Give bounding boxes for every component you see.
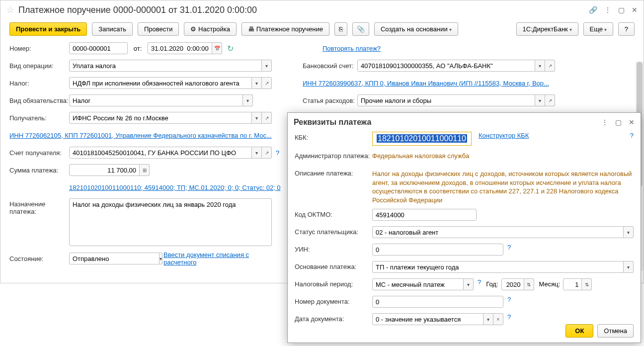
close-icon[interactable]: ✕ (629, 118, 635, 126)
kbk-input[interactable]: 18210102010011000110 (372, 132, 472, 146)
create-based-dropdown[interactable]: Создать на основании (374, 22, 458, 36)
dropdown-icon[interactable]: ▾ (252, 147, 262, 159)
status-label: Состояние: (9, 255, 69, 262)
period-label: Налоговый период: (295, 278, 372, 288)
popup-title: Реквизиты платежа (294, 118, 601, 127)
dropdown-icon[interactable]: ▾ (483, 313, 493, 325)
open-icon[interactable]: ↗ (262, 112, 272, 124)
year-input[interactable] (501, 278, 524, 290)
basis-input[interactable] (372, 261, 624, 273)
window-title: Платежное поручение 0000-000001 от 31.01… (18, 5, 589, 15)
year-label: Год: (486, 280, 498, 288)
link-icon[interactable]: 🔗 (589, 6, 597, 14)
month-label: Месяц: (539, 280, 561, 288)
requisites-popup: Реквизиты платежа ⋮ ▢ ✕ КБК: 18210102010… (287, 112, 641, 343)
open-icon[interactable]: ↗ (545, 94, 555, 106)
amount-input[interactable] (69, 164, 140, 176)
spinner-icon[interactable]: ⇅ (582, 278, 592, 290)
spinner-icon[interactable]: ⇅ (524, 278, 534, 290)
dropdown-icon[interactable]: ▾ (243, 94, 253, 106)
gear-icon: ⚙ (190, 25, 196, 33)
kebab-menu-icon[interactable]: ⋮ (604, 6, 611, 14)
maximize-icon[interactable]: ▢ (615, 118, 622, 126)
period-input[interactable] (372, 278, 464, 290)
help-icon[interactable]: ? (507, 313, 511, 321)
attachment-icon-button[interactable]: 📎 (352, 22, 369, 36)
payer-status-input[interactable] (372, 226, 624, 238)
op-type-input[interactable] (69, 60, 262, 72)
repeat-payment-link[interactable]: Повторять платеж? (322, 45, 381, 52)
number-input[interactable] (69, 42, 128, 54)
dropdown-icon[interactable]: ▾ (262, 60, 272, 72)
close-icon[interactable]: ✕ (632, 6, 638, 14)
dropdown-icon[interactable]: ▾ (252, 77, 262, 89)
clear-icon[interactable]: × (493, 313, 503, 325)
purpose-textarea[interactable] (69, 198, 272, 246)
expense-input[interactable] (357, 94, 535, 106)
op-type-label: Вид операции: (9, 62, 69, 70)
status-input[interactable] (69, 253, 160, 264)
treasury-link[interactable]: ИНН 7726062105, КПП 772601001, Управлени… (9, 132, 272, 139)
open-icon[interactable]: ↗ (262, 77, 272, 89)
dropdown-icon[interactable]: ▾ (624, 226, 634, 238)
dropdown-icon[interactable]: ▾ (535, 60, 545, 72)
expense-label: Статья расходов: (303, 97, 357, 104)
direct-bank-dropdown[interactable]: 1С:ДиректБанк (516, 22, 578, 36)
kbk-line-link[interactable]: 18210102010011000110; 45914000; ТП; МС.0… (69, 184, 281, 191)
dropdown-icon[interactable]: ▾ (160, 253, 162, 264)
help-icon[interactable]: ? (276, 149, 279, 157)
commit-close-button[interactable]: Провести и закрыть (9, 22, 87, 36)
status-link[interactable]: Ввести документ списания с расчетного (163, 251, 283, 266)
ok-button[interactable]: ОК (565, 324, 593, 338)
structure-icon-button[interactable]: ⎘ (334, 22, 347, 36)
help-icon[interactable]: ? (630, 132, 634, 139)
help-icon[interactable]: ? (507, 244, 511, 251)
doc-num-input[interactable] (372, 296, 503, 308)
kbk-constructor-link[interactable]: Конструктор КБК (479, 132, 529, 139)
uin-label: УИН: (295, 244, 372, 253)
cancel-button[interactable]: Отмена (597, 324, 634, 338)
help-icon[interactable]: ? (507, 296, 511, 303)
maximize-icon[interactable]: ▢ (618, 6, 625, 14)
settings-button[interactable]: ⚙ Настройка (184, 22, 237, 36)
uin-input[interactable] (372, 244, 503, 256)
purpose-label: Назначение платежа: (9, 198, 69, 215)
more-dropdown[interactable]: Еще (583, 22, 613, 36)
refresh-icon[interactable]: ↻ (227, 44, 234, 53)
dropdown-icon[interactable]: ▾ (464, 278, 474, 290)
dropdown-icon[interactable]: ▾ (535, 94, 545, 106)
date-input[interactable] (148, 42, 212, 54)
obligation-input[interactable] (69, 94, 243, 106)
favorite-star-icon[interactable]: ☆ (6, 4, 14, 15)
kebab-menu-icon[interactable]: ⋮ (601, 118, 608, 126)
dropdown-icon[interactable]: ▾ (624, 261, 634, 273)
payer-status-label: Статус плательщика: (295, 226, 372, 236)
calendar-icon[interactable]: 📅 (212, 42, 222, 54)
help-icon[interactable]: ? (478, 278, 481, 286)
recipient-input[interactable] (69, 112, 252, 124)
doc-date-input[interactable] (372, 313, 483, 325)
calculator-icon[interactable]: ⊞ (140, 164, 150, 176)
save-button[interactable]: Записать (92, 22, 133, 36)
recv-acc-input[interactable] (69, 147, 252, 159)
oktmo-label: Код ОКТМО: (295, 209, 372, 218)
amount-label: Сумма платежа: (9, 167, 69, 174)
desc-value: Налог на доходы физических лиц с доходов… (372, 168, 634, 204)
printer-icon: 🖶 (248, 25, 254, 33)
oktmo-input[interactable] (372, 209, 477, 221)
print-button[interactable]: 🖶 Платежное поручение (242, 22, 329, 36)
doc-num-label: Номер документа: (295, 296, 372, 305)
desc-label: Описание платежа: (295, 168, 372, 177)
tax-input[interactable] (69, 77, 252, 89)
admin-label: Администратор платежа: (295, 150, 372, 160)
inn-link[interactable]: ИНН 772603990637, КПП 0, Иванов Иван Ива… (303, 80, 549, 87)
open-icon[interactable]: ↗ (262, 147, 272, 159)
toolbar: Провести и закрыть Записать Провести ⚙ Н… (0, 19, 644, 42)
admin-value: Федеральная налоговая служба (372, 150, 469, 160)
open-icon[interactable]: ↗ (545, 60, 555, 72)
month-input[interactable] (563, 278, 582, 290)
dropdown-icon[interactable]: ▾ (252, 112, 262, 124)
commit-button[interactable]: Провести (138, 22, 179, 36)
bank-acc-input[interactable] (357, 60, 535, 72)
help-button[interactable]: ? (618, 22, 635, 36)
